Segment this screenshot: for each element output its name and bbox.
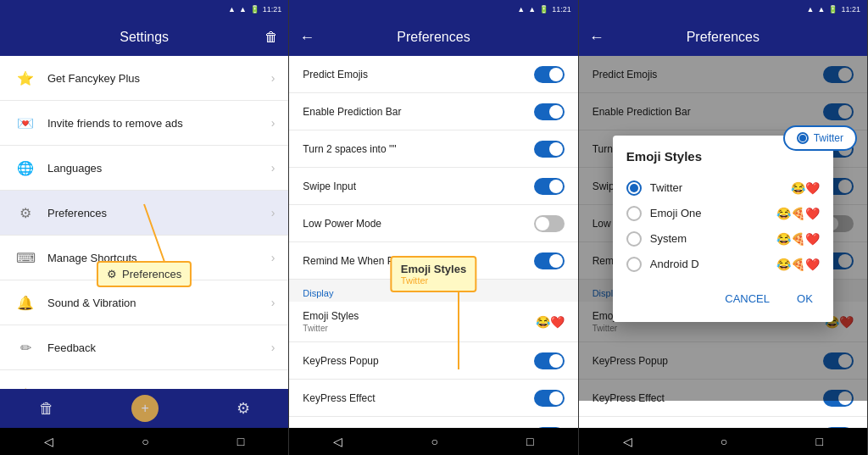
settings-list: ⭐ Get Fancykey Plus › 💌 Invite friends t…	[0, 56, 288, 389]
home-btn-3[interactable]: ○	[721, 435, 727, 448]
back-btn-2[interactable]: ◁	[333, 435, 342, 448]
pref-label-remind-me: Remind Me When Power is Low	[303, 255, 533, 267]
pref-item-turn-2-spaces[interactable]: Turn 2 spaces into ""	[289, 130, 577, 168]
emoji-emoji-styles: 😂❤️	[536, 315, 565, 329]
toggle-background-effect[interactable]	[823, 427, 854, 429]
settings-item-sound-vibration[interactable]: 🔔 Sound & Vibration ›	[0, 280, 288, 325]
pref-item-keypress-popup[interactable]: KeyPress Popup	[289, 342, 577, 380]
time-1: 11:21	[263, 5, 282, 14]
toggle-keypress-popup[interactable]	[534, 352, 565, 369]
dialog-option-system[interactable]: System 😂🍕❤️	[626, 226, 820, 252]
radio-twitter[interactable]	[626, 180, 642, 196]
chevron-fancykey-plus: ›	[271, 71, 275, 85]
preferences-content-wrapper-3: Predict Emojis Enable Prediction Bar Tur…	[579, 56, 867, 428]
dialog-overlay: Twitter Emoji Styles Twitter 😂❤️ Emoji O…	[579, 56, 867, 401]
radio-system[interactable]	[626, 231, 642, 247]
panel-preferences: ▲ ▲ 🔋 11:21 ← Preferences Predict Emojis…	[289, 0, 578, 455]
recent-btn-3[interactable]: □	[815, 435, 822, 448]
icon-rate-us: ★	[14, 380, 37, 389]
pref-text-emoji-styles: Emoji Styles Twitter	[303, 310, 535, 333]
label-rate-us: Rate Us!	[47, 386, 271, 390]
preferences-list: Predict Emojis Enable Prediction Bar Tur…	[289, 56, 577, 428]
back-arrow-3[interactable]: ←	[589, 29, 604, 47]
home-btn-2[interactable]: ○	[431, 435, 438, 448]
label-fancykey-plus: Get Fancykey Plus	[47, 72, 271, 85]
option-emojis-system: 😂🍕❤️	[776, 232, 820, 246]
trash-icon[interactable]: 🗑	[264, 30, 278, 45]
settings-item-manage-shortcuts[interactable]: ⌨ Manage Shortcuts ›	[0, 236, 288, 280]
chevron-languages: ›	[271, 161, 275, 175]
status-icons-2: ▲ ▲ 🔋 11:21	[517, 5, 570, 14]
pref-item-background-effect[interactable]: Background Effect	[289, 417, 577, 428]
battery-icon-3: 🔋	[828, 5, 837, 14]
icon-fancykey-plus: ⭐	[14, 66, 37, 90]
toggle-swipe-input[interactable]	[534, 178, 565, 195]
radio-android-d[interactable]	[626, 257, 642, 272]
battery-icon-2: 🔋	[539, 5, 548, 14]
pref-item-keypress-effect[interactable]: KeyPress Effect	[289, 380, 577, 417]
pref-label-keypress-popup: KeyPress Popup	[303, 355, 533, 367]
preferences-title-3: Preferences	[687, 30, 760, 45]
android-nav-2: ◁ ○ □	[289, 428, 577, 455]
dialog-option-twitter[interactable]: Twitter 😂❤️	[626, 175, 820, 201]
radio-emoji-one[interactable]	[626, 206, 642, 221]
pref-item-emoji-styles[interactable]: Emoji Styles Twitter 😂❤️	[289, 302, 577, 342]
settings-item-fancykey-plus[interactable]: ⭐ Get Fancykey Plus ›	[0, 56, 288, 101]
bottom-nav-trash[interactable]: 🗑	[39, 400, 54, 418]
bottom-nav-settings[interactable]: ⚙	[236, 399, 250, 418]
display-section-header: Display	[289, 280, 577, 302]
wifi-icon-2: ▲	[517, 5, 525, 14]
back-arrow-2[interactable]: ←	[299, 29, 314, 47]
pref-item-remind-me[interactable]: Remind Me When Power is Low	[289, 242, 577, 280]
pref-label-enable-prediction-bar: Enable Prediction Bar	[303, 106, 533, 118]
option-label-emoji-one: Emoji One	[650, 207, 776, 219]
chevron-preferences: ›	[271, 206, 275, 219]
android-nav-1: ◁ ○ □	[0, 428, 288, 455]
dialog-option-android-d[interactable]: Android D 😂🍕❤️	[626, 252, 820, 277]
toggle-turn-2-spaces[interactable]	[534, 141, 565, 158]
dialog-ok-btn[interactable]: OK	[790, 289, 820, 308]
preferences-content-wrapper: Predict Emojis Enable Prediction Bar Tur…	[289, 56, 577, 428]
settings-item-preferences[interactable]: ⚙ Preferences ›	[0, 191, 288, 236]
toggle-keypress-effect[interactable]	[534, 390, 565, 407]
pref-item-background-effect[interactable]: Background Effect	[579, 417, 867, 428]
signal-icon-2: ▲	[528, 5, 536, 14]
status-bar-1: ▲ ▲ 🔋 11:21	[0, 0, 288, 19]
dialog-cancel-btn[interactable]: CANCEL	[718, 289, 776, 308]
signal-icon-3: ▲	[818, 5, 826, 14]
preferences-title-bar: ← Preferences	[289, 19, 577, 56]
emoji-styles-dialog: Emoji Styles Twitter 😂❤️ Emoji One 😂🍕❤️ …	[613, 136, 833, 322]
time-2: 11:21	[552, 5, 571, 14]
label-manage-shortcuts: Manage Shortcuts	[47, 252, 271, 264]
toggle-background-effect[interactable]	[534, 427, 565, 429]
toggle-enable-prediction-bar[interactable]	[534, 103, 565, 120]
bottom-nav-add[interactable]: +	[131, 395, 159, 422]
chevron-sound-vibration: ›	[271, 296, 275, 309]
toggle-predict-emojis[interactable]	[534, 66, 565, 83]
label-languages: Languages	[47, 162, 271, 175]
back-btn-1[interactable]: ◁	[44, 435, 53, 448]
settings-item-feedback[interactable]: ✏ Feedback ›	[0, 325, 288, 370]
pref-item-low-power-mode[interactable]: Low Power Mode	[289, 205, 577, 242]
pref-sublabel-emoji-styles: Twitter	[303, 324, 535, 333]
toggle-low-power-mode[interactable]	[534, 215, 565, 232]
wifi-icon-3: ▲	[807, 5, 815, 14]
settings-item-languages[interactable]: 🌐 Languages ›	[0, 146, 288, 191]
dialog-option-emoji-one[interactable]: Emoji One 😂🍕❤️	[626, 201, 820, 226]
pref-item-swipe-input[interactable]: Swipe Input	[289, 168, 577, 205]
pref-item-enable-prediction-bar[interactable]: Enable Prediction Bar	[289, 93, 577, 130]
settings-item-rate-us[interactable]: ★ Rate Us! ›	[0, 370, 288, 389]
toggle-remind-me[interactable]	[534, 252, 565, 269]
pref-item-predict-emojis[interactable]: Predict Emojis	[289, 56, 577, 93]
home-btn-1[interactable]: ○	[142, 435, 148, 448]
settings-content-wrapper: ⭐ Get Fancykey Plus › 💌 Invite friends t…	[0, 56, 288, 389]
label-feedback: Feedback	[47, 341, 271, 354]
option-label-android-d: Android D	[650, 258, 776, 270]
time-3: 11:21	[841, 5, 860, 14]
recent-btn-1[interactable]: □	[237, 435, 244, 448]
settings-item-invite-friends[interactable]: 💌 Invite friends to remove ads ›	[0, 101, 288, 146]
dialog-options: Twitter 😂❤️ Emoji One 😂🍕❤️ System 😂🍕❤️ A…	[626, 175, 820, 277]
settings-title-bar: Settings 🗑	[0, 19, 288, 56]
back-btn-3[interactable]: ◁	[623, 435, 632, 448]
recent-btn-2[interactable]: □	[526, 435, 533, 448]
